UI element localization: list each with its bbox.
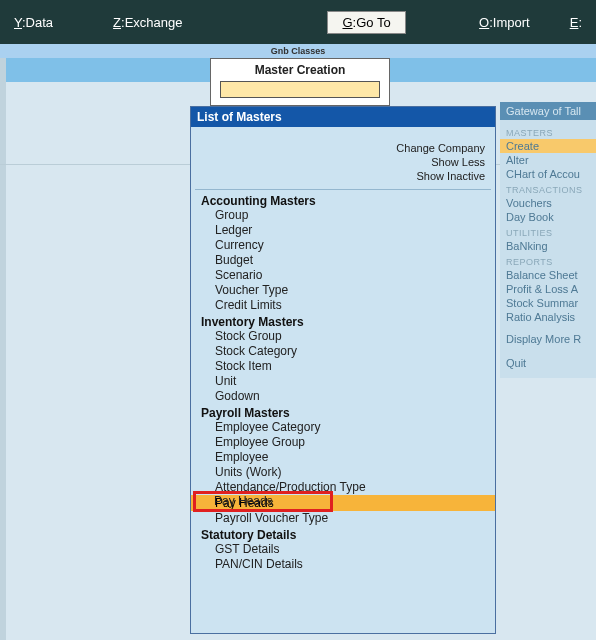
gateway-title: Gateway of Tall (500, 102, 596, 120)
item-ledger[interactable]: Ledger (197, 223, 495, 238)
menu-exchange[interactable]: Z:Exchange (103, 11, 192, 34)
list-of-masters-title: List of Masters (191, 107, 495, 127)
menu-goto[interactable]: G:Go To (327, 11, 405, 34)
sidebar-item-stocksum[interactable]: Stock Summar (506, 296, 590, 310)
sidebar-hdr-masters: MASTERS (506, 124, 590, 139)
item-pay-heads-label: Pay Heads (214, 494, 273, 508)
sidebar-item-create[interactable]: Create (500, 139, 596, 153)
master-creation-title: Master Creation (211, 63, 389, 77)
sidebar-item-daybook[interactable]: Day Book (506, 210, 590, 224)
sidebar-item-banking[interactable]: BaNking (506, 239, 590, 253)
top-menubar: Y:Data Z:Exchange G:Go To O:Import E: (0, 0, 596, 44)
sidebar-item-chart[interactable]: CHart of Accou (506, 167, 590, 181)
item-emp-category[interactable]: Employee Category (197, 420, 495, 435)
action-change-company[interactable]: Change Company (191, 141, 485, 155)
item-stock-group[interactable]: Stock Group (197, 329, 495, 344)
cat-statutory: Statutory Details (197, 526, 495, 542)
master-creation-input[interactable] (220, 81, 380, 98)
master-creation-panel: Master Creation (210, 58, 390, 106)
item-stock-category[interactable]: Stock Category (197, 344, 495, 359)
item-units-work[interactable]: Units (Work) (197, 465, 495, 480)
item-budget[interactable]: Budget (197, 253, 495, 268)
cat-accounting: Accounting Masters (197, 192, 495, 208)
menu-import[interactable]: O:Import (469, 11, 540, 34)
substrip-label: Gnb Classes (0, 44, 596, 58)
sidebar-item-ratio[interactable]: Ratio Analysis (506, 310, 590, 324)
item-emp-group[interactable]: Employee Group (197, 435, 495, 450)
item-pan-cin-details[interactable]: PAN/CIN Details (197, 557, 495, 572)
action-show-less[interactable]: Show Less (191, 155, 485, 169)
sidebar-item-vouchers[interactable]: Vouchers (506, 196, 590, 210)
sidebar-item-display-more[interactable]: Display More R (506, 332, 590, 346)
sidebar-hdr-reports: REPORTS (506, 253, 590, 268)
sidebar-item-pl[interactable]: Profit & Loss A (506, 282, 590, 296)
menu-extra[interactable]: E: (560, 11, 592, 34)
item-payroll-voucher-type[interactable]: Payroll Voucher Type (197, 511, 495, 526)
highlight-red-box: Pay Heads (193, 491, 333, 512)
sidebar-item-quit[interactable]: Quit (506, 356, 590, 370)
item-employee[interactable]: Employee (197, 450, 495, 465)
menu-data[interactable]: Y:Data (4, 11, 63, 34)
item-gst-details[interactable]: GST Details (197, 542, 495, 557)
cat-inventory: Inventory Masters (197, 313, 495, 329)
sidebar-hdr-trans: TRANSACTIONS (506, 181, 590, 196)
item-unit[interactable]: Unit (197, 374, 495, 389)
item-scenario[interactable]: Scenario (197, 268, 495, 283)
action-show-inactive[interactable]: Show Inactive (191, 169, 485, 183)
sidebar-item-alter[interactable]: Alter (506, 153, 590, 167)
item-currency[interactable]: Currency (197, 238, 495, 253)
item-credit-limits[interactable]: Credit Limits (197, 298, 495, 313)
item-voucher-type[interactable]: Voucher Type (197, 283, 495, 298)
sidebar-item-balsheet[interactable]: Balance Sheet (506, 268, 590, 282)
list-of-masters-panel: List of Masters Change Company Show Less… (190, 106, 496, 634)
lom-top-actions: Change Company Show Less Show Inactive (191, 127, 495, 187)
item-stock-item[interactable]: Stock Item (197, 359, 495, 374)
sidebar-hdr-util: UTILITIES (506, 224, 590, 239)
gateway-sidebar: Gateway of Tall MASTERS Create Alter CHa… (500, 102, 596, 378)
cat-payroll: Payroll Masters (197, 404, 495, 420)
item-group[interactable]: Group (197, 208, 495, 223)
item-godown[interactable]: Godown (197, 389, 495, 404)
